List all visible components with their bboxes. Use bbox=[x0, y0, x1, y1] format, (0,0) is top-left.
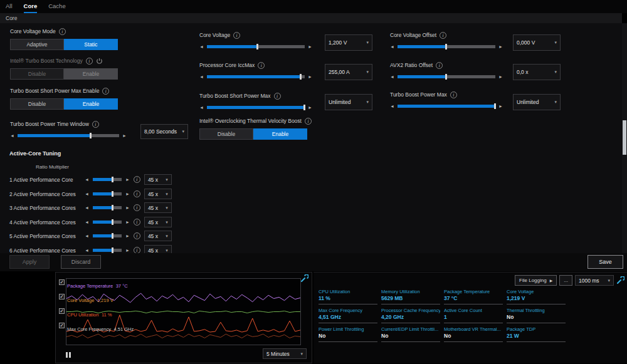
avx2-ratio-offset-slider[interactable] bbox=[398, 75, 495, 78]
tb-power-max-select[interactable]: Unlimited ▾ bbox=[513, 94, 561, 110]
tb-power-time-window-select[interactable]: 8,00 Seconds ▾ bbox=[140, 124, 188, 139]
slider-left-arrow[interactable]: ◄ bbox=[199, 44, 204, 49]
info-icon[interactable]: i bbox=[258, 62, 265, 69]
main-scrollbar[interactable] bbox=[622, 23, 627, 253]
ratio-slider[interactable] bbox=[93, 221, 122, 224]
wrench-icon[interactable] bbox=[616, 276, 624, 284]
pause-button[interactable] bbox=[66, 352, 71, 358]
slider-left-arrow[interactable]: ◄ bbox=[85, 220, 89, 224]
icc-max-group: Processor Core IccMax i ◄ ► bbox=[199, 61, 312, 79]
slider-right-arrow[interactable]: ► bbox=[498, 75, 503, 79]
info-icon[interactable]: i bbox=[92, 121, 99, 128]
slider-right-arrow[interactable]: ► bbox=[125, 248, 130, 252]
interval-select[interactable]: 1000 ms ▾ bbox=[575, 275, 614, 286]
avx2-ratio-offset-group: AVX2 Ratio Offset i ◄ ► bbox=[390, 61, 503, 79]
legend-checkbox[interactable]: ✓ bbox=[59, 323, 65, 328]
slider-right-arrow[interactable]: ► bbox=[308, 44, 312, 49]
info-icon[interactable]: i bbox=[134, 190, 140, 197]
slider-right-arrow[interactable]: ► bbox=[125, 220, 130, 224]
ratio-multiplier-select[interactable]: 45 x▾ bbox=[144, 217, 172, 227]
slider-left-arrow[interactable]: ◄ bbox=[390, 104, 394, 108]
slider-right-arrow[interactable]: ► bbox=[125, 205, 130, 210]
wrench-icon[interactable] bbox=[300, 274, 308, 283]
telemetry-panel: File Logging ▶ ... 1000 ms ▾ CPU Utiliza… bbox=[314, 272, 627, 363]
slider-right-arrow[interactable]: ► bbox=[122, 133, 127, 138]
ratio-slider[interactable] bbox=[93, 206, 122, 209]
core-voltage-slider[interactable] bbox=[207, 45, 305, 48]
ratio-multiplier-select[interactable]: 45 x▾ bbox=[144, 174, 172, 185]
slider-right-arrow[interactable]: ► bbox=[125, 192, 130, 196]
core-voltage-value[interactable]: 1,200 V ▾ bbox=[325, 34, 372, 51]
legend-checkbox[interactable]: ✓ bbox=[59, 294, 65, 299]
info-icon[interactable]: i bbox=[134, 232, 140, 239]
legend-checkbox[interactable]: ✓ bbox=[59, 308, 65, 314]
slider-left-arrow[interactable]: ◄ bbox=[199, 75, 204, 79]
ratio-multiplier-select[interactable]: 45 x▾ bbox=[144, 231, 172, 241]
info-icon[interactable]: i bbox=[274, 93, 281, 100]
info-icon[interactable]: i bbox=[134, 219, 140, 226]
info-icon[interactable]: i bbox=[450, 91, 457, 98]
info-icon[interactable]: i bbox=[134, 204, 140, 211]
tab-core[interactable]: Core bbox=[24, 0, 38, 13]
info-icon[interactable]: i bbox=[436, 62, 443, 69]
tb-power-time-window-slider[interactable] bbox=[18, 134, 119, 137]
tb-short-power-max-select[interactable]: Unlimited ▾ bbox=[325, 94, 372, 110]
slider-right-arrow[interactable]: ► bbox=[498, 104, 503, 108]
slider-left-arrow[interactable]: ◄ bbox=[85, 177, 89, 182]
info-icon[interactable]: i bbox=[233, 32, 240, 39]
slider-left-arrow[interactable]: ◄ bbox=[390, 75, 394, 79]
tb-power-max-slider[interactable] bbox=[398, 105, 495, 108]
slider-left-arrow[interactable]: ◄ bbox=[85, 192, 89, 196]
slider-left-arrow[interactable]: ◄ bbox=[199, 105, 204, 110]
telemetry-controls: File Logging ▶ ... 1000 ms ▾ bbox=[515, 275, 624, 286]
scrollbar-thumb[interactable] bbox=[623, 120, 626, 155]
info-icon[interactable]: i bbox=[305, 118, 312, 125]
tab-all[interactable]: All bbox=[6, 0, 13, 13]
file-logging-button[interactable]: File Logging ▶ bbox=[515, 275, 557, 286]
ratio-slider[interactable] bbox=[93, 178, 122, 181]
info-icon[interactable]: i bbox=[86, 58, 93, 65]
slider-right-arrow[interactable]: ► bbox=[308, 75, 312, 79]
core-voltage-offset-select[interactable]: 0,000 V ▾ bbox=[513, 34, 561, 51]
play-icon: ▶ bbox=[550, 278, 553, 283]
timespan-select[interactable]: 5 Minutes ▾ bbox=[263, 348, 307, 359]
tb-short-power-enable-button[interactable]: Enable bbox=[64, 98, 118, 110]
turbo-boost-disable-button: Disable bbox=[10, 68, 64, 80]
slider-right-arrow[interactable]: ► bbox=[498, 44, 503, 49]
icc-max-label: Processor Core IccMax bbox=[199, 62, 255, 68]
oc-tvb-enable-button[interactable]: Enable bbox=[253, 128, 307, 140]
info-icon[interactable]: i bbox=[440, 32, 446, 39]
info-icon[interactable]: i bbox=[59, 28, 66, 35]
combo-value: 0,000 V bbox=[517, 39, 535, 46]
legend-checkbox[interactable]: ✓ bbox=[59, 279, 65, 285]
slider-left-arrow[interactable]: ◄ bbox=[85, 205, 89, 210]
more-options-button[interactable]: ... bbox=[559, 275, 572, 286]
icc-max-value[interactable]: 255,00 A ▾ bbox=[325, 64, 372, 80]
core-voltage-offset-slider[interactable] bbox=[398, 45, 495, 48]
info-icon[interactable]: i bbox=[134, 176, 140, 183]
ratio-slider[interactable] bbox=[93, 234, 122, 237]
apply-button[interactable]: Apply bbox=[9, 255, 50, 269]
static-button[interactable]: Static bbox=[64, 39, 118, 50]
save-button[interactable]: Save bbox=[587, 255, 623, 269]
oc-tvb-disable-button[interactable]: Disable bbox=[199, 128, 253, 140]
avx2-ratio-offset-select[interactable]: 0,0 x ▾ bbox=[513, 64, 561, 80]
icc-max-slider[interactable] bbox=[207, 75, 305, 78]
slider-left-arrow[interactable]: ◄ bbox=[85, 234, 89, 238]
ratio-slider[interactable] bbox=[93, 249, 122, 252]
slider-right-arrow[interactable]: ► bbox=[125, 234, 130, 238]
slider-left-arrow[interactable]: ◄ bbox=[85, 248, 89, 252]
ratio-slider[interactable] bbox=[93, 192, 122, 195]
slider-right-arrow[interactable]: ► bbox=[125, 177, 130, 182]
tb-short-power-max-slider[interactable] bbox=[207, 106, 305, 109]
slider-left-arrow[interactable]: ◄ bbox=[10, 133, 14, 138]
tb-short-power-disable-button[interactable]: Disable bbox=[10, 98, 64, 110]
adaptive-button[interactable]: Adaptive bbox=[10, 39, 64, 50]
ratio-multiplier-select[interactable]: 45 x▾ bbox=[144, 189, 172, 199]
slider-left-arrow[interactable]: ◄ bbox=[390, 44, 394, 49]
tab-cache[interactable]: Cache bbox=[48, 0, 65, 13]
discard-button[interactable]: Discard bbox=[61, 255, 101, 269]
info-icon[interactable]: i bbox=[102, 88, 109, 95]
ratio-multiplier-select[interactable]: 45 x▾ bbox=[144, 202, 172, 213]
slider-right-arrow[interactable]: ► bbox=[308, 105, 312, 110]
